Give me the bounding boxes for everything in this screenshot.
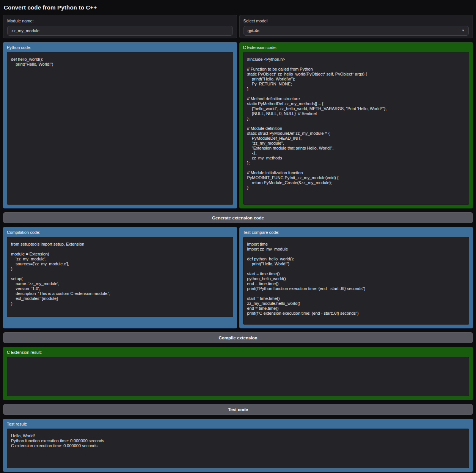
test-compare-code-panel: Test compare code: import time import zz… [239,227,473,328]
python-code-panel: Python code: def hello_world(): print("H… [3,42,237,208]
test-result-panel: Test result: Hello, World! Python functi… [3,419,473,472]
python-code-label: Python code: [7,45,233,50]
model-select-dropdown[interactable]: gpt-4o ▼ [243,26,469,36]
controls-row: Module name: zz_my_module Select model g… [3,15,473,38]
python-code-textarea[interactable]: def hello_world(): print("Hello, World!"… [7,52,233,205]
module-name-label: Module name: [7,19,233,23]
generate-extension-code-button[interactable]: Generate extension code [3,212,473,223]
code-row: Python code: def hello_world(): print("H… [3,42,473,208]
c-extension-result-label: C Extension result: [7,350,469,355]
c-extension-code-label: C Extension code: [243,45,470,50]
compilation-code-panel: Compilation code: from setuptools import… [3,227,237,328]
model-select-group: Select model gpt-4o ▼ [239,15,473,38]
compilation-code-textarea[interactable]: from setuptools import setup, Extension … [7,237,233,317]
compile-extension-button[interactable]: Compile extension [3,332,473,343]
c-extension-result-panel: C Extension result: [3,347,473,400]
chevron-down-icon: ▼ [462,29,465,32]
app-page: Convert code from Python to C++ Module n… [0,0,476,473]
module-name-value: zz_my_module [11,28,39,33]
page-title: Convert code from Python to C++ [4,4,473,11]
compilation-code-label: Compilation code: [7,230,233,235]
model-selected-value: gpt-4o [248,28,259,33]
test-compare-code-textarea[interactable]: import time import zz_my_module def pyth… [243,237,470,325]
test-compare-code-label: Test compare code: [243,230,470,235]
compile-test-row: Compilation code: from setuptools import… [3,227,473,328]
test-result-textarea[interactable]: Hello, World! Python function execution … [7,429,469,468]
module-name-group: Module name: zz_my_module [3,15,237,38]
test-code-button[interactable]: Test code [3,404,473,415]
c-extension-code-panel: C Extension code: #include <Python.h> //… [239,42,473,208]
c-extension-code-textarea[interactable]: #include <Python.h> // Function to be ca… [243,52,470,205]
test-result-label: Test result: [7,422,469,426]
module-name-input[interactable]: zz_my_module [7,26,233,36]
model-select-label: Select model [243,19,469,23]
c-extension-result-textarea[interactable] [7,357,469,396]
